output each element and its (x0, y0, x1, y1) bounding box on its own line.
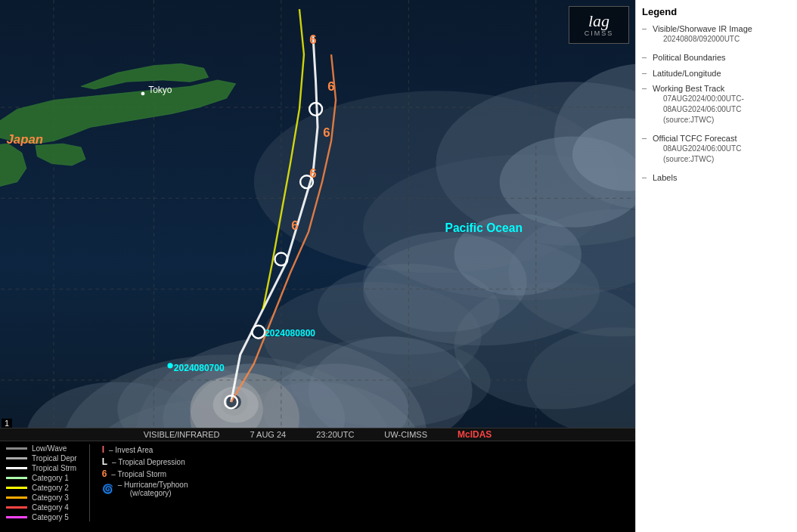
legend-label-ts: Tropical Strm (32, 464, 76, 472)
svg-text:2024080700: 2024080700 (174, 363, 225, 373)
category-legend: Low/Wave Tropical Depr Tropical Strm Cat… (6, 444, 77, 521)
legend-sub-besttrack: 07AUG2024/00:00UTC-08AUG2024/06:00UTC (s… (663, 94, 791, 125)
legend-dash-besttrack: – (642, 83, 648, 92)
svg-text:Pacific Ocean: Pacific Ocean (445, 221, 523, 234)
legend-text-besttrack: Working Best Track (653, 83, 791, 94)
svg-text:Japan: Japan (6, 132, 43, 147)
legend-entry-ir: – Visible/Shorwave IR Image 20240808/092… (642, 23, 791, 48)
main-container: 6 6 6 6 6 35N 30N 25N 20N 135E 140E 145E… (0, 0, 797, 532)
legend-item-cat4: Category 4 (6, 503, 77, 512)
legend-item-cat2: Category 2 (6, 484, 77, 492)
legend-sub-tcfc: 08AUG2024/06:00UTC (source:JTWC) (663, 144, 791, 165)
svg-point-31 (290, 336, 491, 427)
legend-entry-besttrack: – Working Best Track 07AUG2024/00:00UTC-… (642, 83, 791, 128)
cimss-label: CIMSS (585, 29, 614, 37)
hurricane-symbol: 🌀 (102, 484, 113, 494)
ts-sym-label: – Tropical Storm (111, 470, 166, 478)
legend-label-cat5: Category 5 (32, 513, 69, 521)
svg-point-63 (141, 92, 145, 96)
invest-symbol: I (102, 444, 104, 455)
hurricane-label: – Hurricane/Typhoon(w/category) (118, 481, 188, 497)
legend-invest: I – Invest Area (102, 444, 188, 455)
legend-label-cat1: Category 1 (32, 474, 69, 482)
cimss-logo: lag CIMSS (569, 6, 629, 44)
svg-text:Tokyo: Tokyo (148, 85, 172, 95)
legend-item-low: Low/Wave (6, 444, 77, 453)
svg-text:2024080800: 2024080800 (265, 328, 315, 339)
svg-text:6: 6 (309, 32, 316, 47)
legend-label-cat2: Category 2 (32, 484, 69, 492)
legend-entry-latlon: – Latitude/Longitude (642, 68, 791, 79)
legend-dash-tcfc: – (642, 133, 648, 142)
legend-label-cat3: Category 3 (32, 493, 69, 502)
legend-dash-labels: – (642, 172, 648, 181)
map-section: 6 6 6 6 6 35N 30N 25N 20N 135E 140E 145E… (0, 0, 635, 532)
cimss-script: lag (588, 13, 609, 29)
legend-grid: Low/Wave Tropical Depr Tropical Strm Cat… (6, 444, 629, 521)
legend-hurricane-sym: 🌀 – Hurricane/Typhoon(w/category) (102, 481, 188, 497)
legend-text-ir: Visible/Shorwave IR Image (653, 23, 752, 34)
legend-ts-sym: 6 – Tropical Storm (102, 469, 188, 479)
date-label: 7 AUG 24 (250, 430, 287, 439)
legend-item-td: Tropical Depr (6, 454, 77, 462)
legend-entry-tcfc: – Official TCFC Forecast 08AUG2024/06:00… (642, 133, 791, 168)
legend-panel: Legend – Visible/Shorwave IR Image 20240… (635, 0, 797, 532)
legend-item-cat3: Category 3 (6, 493, 77, 502)
source-label: UW-CIMSS (384, 430, 427, 439)
legend-label-td: Tropical Depr (32, 454, 77, 462)
bottom-legend-bar: Low/Wave Tropical Depr Tropical Strm Cat… (0, 441, 635, 532)
legend-entry-labels: – Labels (642, 172, 791, 183)
invest-label: – Invest Area (109, 446, 153, 454)
td-symbol: L (102, 456, 107, 467)
svg-text:6: 6 (291, 218, 298, 233)
svg-point-67 (167, 363, 172, 368)
time-label: 23:20UTC (316, 430, 354, 439)
legend-dash-latlon: – (642, 68, 648, 77)
legend-item-cat1: Category 1 (6, 474, 77, 482)
legend-dash-ir: – (642, 23, 648, 32)
legend-item-cat5: Category 5 (6, 513, 77, 521)
svg-text:6: 6 (309, 166, 316, 181)
legend-dash-political: – (642, 52, 648, 61)
svg-text:6: 6 (327, 79, 334, 94)
legend-label-low: Low/Wave (32, 444, 67, 453)
legend-panel-title: Legend (642, 6, 791, 17)
legend-label-cat4: Category 4 (32, 503, 69, 512)
software-label: McIDAS (457, 429, 492, 440)
legend-sub-ir: 20240808/092000UTC (663, 34, 752, 45)
ts-symbol: 6 (102, 469, 107, 479)
page-number: 1 (2, 419, 12, 428)
legend-text-tcfc: Official TCFC Forecast (653, 133, 791, 144)
legend-text-labels: Labels (653, 172, 677, 183)
legend-text-political: Political Boundaries (653, 52, 726, 63)
mode-label: VISIBLE/INFRARED (144, 430, 220, 439)
td-sym-label: – Tropical Depression (112, 458, 185, 466)
legend-item-ts: Tropical Strm (6, 464, 77, 472)
status-bar: VISIBLE/INFRARED 7 AUG 24 23:20UTC UW-CI… (0, 428, 635, 441)
svg-text:6: 6 (323, 125, 330, 140)
legend-text-latlon: Latitude/Longitude (653, 68, 721, 79)
legend-entry-political: – Political Boundaries (642, 52, 791, 63)
svg-point-30 (363, 232, 527, 332)
legend-td-sym: L – Tropical Depression (102, 456, 188, 467)
symbol-legend: I – Invest Area L – Tropical Depression … (89, 444, 188, 521)
